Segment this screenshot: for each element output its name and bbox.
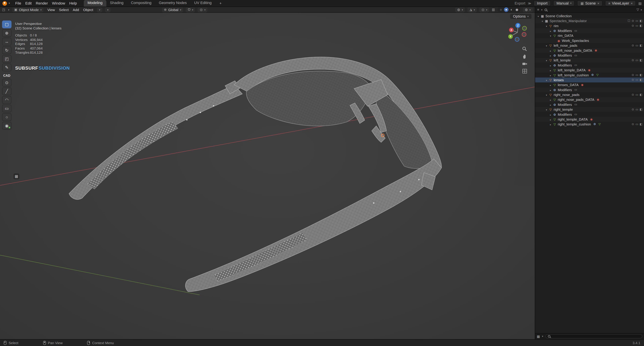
toggle-camera-icon[interactable]: ◧	[640, 78, 642, 82]
tool-transform[interactable]: ◰	[2, 55, 12, 63]
screen-layout-icon[interactable]: ▤	[638, 1, 642, 5]
tool-select-box[interactable]: ▢	[2, 20, 12, 28]
snap-dropdown[interactable]: ℧ ▾	[186, 7, 196, 12]
shading-options-dropdown[interactable]: ◍▾	[523, 7, 533, 12]
outliner-row-right-nose-pads[interactable]: ▾▽right_nose_pads⊙▭◧	[535, 92, 644, 97]
tool-cad-point[interactable]: ⊙	[2, 79, 12, 87]
scene-selector[interactable]: ▦ Scene ×	[577, 0, 602, 6]
material-badge-icon[interactable]: ◉	[581, 83, 584, 87]
proportional-edit-dropdown[interactable]: ◎ ▾	[198, 7, 208, 12]
menu-help[interactable]: Help	[67, 1, 79, 5]
toggle-monitor-icon[interactable]: ▭	[636, 24, 638, 27]
outliner-row-lenses[interactable]: ▾▽lenses⊙▭◧	[535, 78, 644, 82]
orientation-dropdown[interactable]: ⊕ Global ▾	[162, 7, 183, 12]
collapse-arrow-icon[interactable]: ▾	[544, 79, 548, 81]
viewlayer-selector[interactable]: ≡ ViewLayer ×	[605, 0, 636, 6]
tool-cursor[interactable]: ⊕	[2, 29, 12, 37]
toggle-eye-icon[interactable]: ⊙	[632, 123, 634, 126]
mesh-badge-icon[interactable]: ▽	[596, 73, 598, 77]
expand-arrow-icon[interactable]: ▸	[549, 103, 552, 106]
expand-arrow-icon[interactable]: ▸	[549, 54, 552, 57]
collapse-arrow-icon[interactable]: ▾	[536, 14, 540, 17]
toggle-eye-icon[interactable]: ⊙	[632, 93, 634, 96]
wrench-badge-icon[interactable]: ⚙	[593, 123, 596, 126]
outliner-row-modifiers[interactable]: ▸⚙Modifiers▭	[535, 87, 644, 92]
outliner-row-modifiers[interactable]: ▸⚙Modifiers▭	[535, 112, 644, 117]
outliner-editor-type-icon[interactable]: ≡	[537, 8, 539, 11]
options-dropdown[interactable]: Options▾	[510, 14, 532, 19]
pan-hand-icon[interactable]	[522, 54, 528, 59]
editor-type-caret-icon[interactable]: ▾	[8, 8, 9, 11]
expand-arrow-icon[interactable]: ▸	[549, 113, 552, 116]
outliner-search-icon[interactable]	[544, 8, 547, 11]
blender-logo-icon[interactable]	[2, 1, 7, 5]
viewlayer-remove-icon[interactable]: ×	[631, 1, 632, 5]
properties-editor-type-icon[interactable]: ▦	[537, 335, 540, 338]
outliner-row-right-temple[interactable]: ▾▽right_temple⊙▭◧	[535, 107, 644, 112]
export-button[interactable]: Export	[515, 1, 526, 5]
zoom-icon[interactable]	[522, 46, 528, 52]
expand-arrow-icon[interactable]: ▸	[549, 118, 552, 121]
toggle-monitor-icon[interactable]: ▭	[636, 19, 638, 23]
shading-solid-button[interactable]: ●	[504, 7, 508, 12]
collapse-arrow-icon[interactable]: ▾	[544, 59, 548, 62]
toggle-camera-icon[interactable]: ◧	[640, 24, 642, 27]
shading-material-button[interactable]: ◐	[509, 7, 514, 12]
add-workspace-button[interactable]: +	[217, 0, 224, 6]
toggle-eye-icon[interactable]: ⊙	[632, 78, 634, 82]
expand-arrow-icon[interactable]: ▸	[549, 83, 552, 86]
viewport-menu-view[interactable]: View	[46, 7, 56, 11]
toggle-monitor-icon[interactable]: ▭	[636, 108, 638, 111]
scene-unlink-icon[interactable]: ×	[598, 1, 599, 5]
material-badge-icon[interactable]: ◉	[597, 98, 599, 101]
outliner-row-right-nose-pads-data[interactable]: ▸▽right_nose_pads_DATA◉	[535, 97, 644, 102]
toggle-camera-icon[interactable]: ◧	[640, 59, 642, 62]
properties-search-input[interactable]	[545, 334, 642, 338]
material-badge-icon[interactable]: ◉	[590, 118, 593, 121]
workspace-tab-geometry-nodes[interactable]: Geometry Nodes	[155, 0, 190, 6]
outliner-row-left-temple-data[interactable]: ▸▽left_temple_DATA◉	[535, 68, 644, 72]
viewport-menu-object[interactable]: Object	[82, 7, 94, 11]
outliner-row-right-temple-data[interactable]: ▸▽right_temple_DATA◉	[535, 117, 644, 122]
gizmos-dropdown[interactable]: ◮▾	[468, 7, 477, 12]
toggle-monitor-icon[interactable]: ▭	[636, 59, 638, 62]
mesh-badge-icon[interactable]: ▽	[598, 123, 600, 126]
collapse-arrow-icon[interactable]: ▾	[544, 108, 548, 111]
outliner-row-modifiers[interactable]: ▸⚙Modifiers▭	[535, 28, 644, 33]
outliner-row-work-spectacles[interactable]: ◉Work_Spectacles	[535, 38, 644, 43]
expand-arrow-icon[interactable]: ▸	[549, 29, 552, 32]
toggle-monitor-icon[interactable]: ▭	[636, 78, 638, 82]
toggle-monitor-icon[interactable]: ▭	[636, 44, 638, 47]
manual-dropdown[interactable]: Manual▾	[553, 0, 575, 6]
outliner-row-modifiers[interactable]: ▸⚙Modifiers▭	[535, 63, 644, 68]
toggle-camera-icon[interactable]: ◧	[640, 108, 642, 111]
viewport-menu-select[interactable]: Select	[58, 7, 70, 11]
outliner-row-scene-collection[interactable]: ▾▦Scene Collection	[535, 13, 644, 18]
filter-caret-icon[interactable]: ▾	[641, 8, 642, 11]
toggle-monitor-icon[interactable]: ▭	[636, 73, 638, 77]
tool-cad-circle[interactable]: ○	[2, 113, 12, 121]
collapse-arrow-icon[interactable]: ▾	[544, 93, 548, 96]
workspace-tab-uv-editing[interactable]: UV Editing	[190, 0, 215, 6]
outliner-row-modifiers[interactable]: ▸⚙Modifiers▭	[535, 53, 644, 58]
workspace-tab-compositing[interactable]: Compositing	[127, 0, 155, 6]
expand-arrow-icon[interactable]: ▸	[549, 74, 552, 77]
toggle-eye-icon[interactable]: ⊙	[632, 108, 634, 111]
screen-badge-icon[interactable]: ▭	[574, 54, 577, 57]
viewport-menu-add[interactable]: Add	[72, 7, 80, 11]
panel-collapse-icon[interactable]: ≫	[528, 1, 531, 5]
toggle-monitor-icon[interactable]: ▭	[636, 123, 638, 126]
toggle-eye-icon[interactable]: ⊙	[632, 44, 634, 47]
toggle-eye-icon[interactable]: ⊙	[632, 59, 634, 62]
toggle-camera-icon[interactable]: ◧	[640, 44, 642, 47]
collapse-arrow-icon[interactable]: ▾	[549, 34, 552, 37]
editor-type-icon[interactable]: ◳	[2, 8, 5, 11]
tool-annotate[interactable]: ✎	[2, 64, 12, 71]
tool-rotate[interactable]: ↻	[2, 46, 12, 54]
outliner-editor-caret-icon[interactable]: ▾	[541, 8, 542, 11]
filter-funnel-icon[interactable]: ▽	[636, 8, 639, 11]
camera-view-icon[interactable]	[522, 61, 528, 66]
outliner-row-rim[interactable]: ▾▽rim⊙▭◧	[535, 23, 644, 28]
menu-file[interactable]: File	[13, 1, 23, 5]
navigation-gizmo[interactable]: Z X Y	[506, 21, 529, 44]
